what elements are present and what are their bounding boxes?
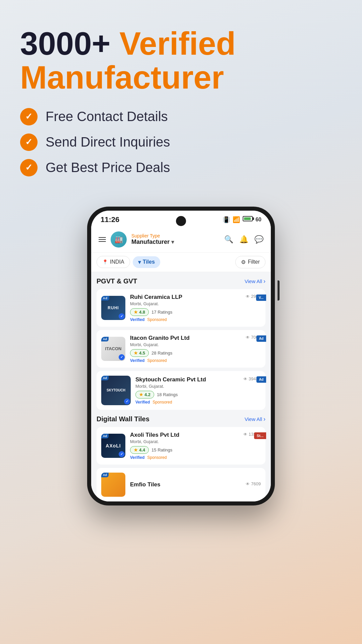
card-name-row-axoli: Axoli Tiles Pvt Ltd 13338 <box>130 432 261 438</box>
menu-line-2 <box>99 239 106 240</box>
menu-line-3 <box>99 241 106 242</box>
card-right-badge-axoli: St... <box>254 432 266 439</box>
supplier-card-itacon[interactable]: Ad ITACON ✓ Itacon Granito Pvt Ltd 7001 <box>97 330 265 368</box>
card-rating-row-axoli: 4.4 15 Ratings <box>130 446 261 454</box>
phone-frame: 11:26 60 <box>87 207 275 505</box>
feature-item-1: Free Contact Details <box>20 108 342 125</box>
star-icon <box>134 310 138 315</box>
star-icon-skytouch <box>139 392 143 397</box>
eye-icon-emfio <box>246 481 250 486</box>
section-title-pgvt: PGVT & GVT <box>97 277 137 285</box>
card-info-emfio: Emfio Tiles 7609 <box>130 481 261 488</box>
eye-icon-itacon <box>246 335 250 340</box>
card-right-badge-ruhi: V... <box>256 294 266 301</box>
verified-badge-skytouch: ✓ <box>124 398 130 405</box>
card-name-itacon: Itacon Granito Pvt Ltd <box>130 335 190 341</box>
view-all-digital[interactable]: View All <box>245 416 265 423</box>
logo-text-axoli: AXoLI <box>106 443 121 448</box>
logo-text-skytouch: SKYTOUCH <box>107 388 125 392</box>
ad-badge-skytouch: Ad <box>101 376 109 380</box>
status-icons: 60 <box>223 216 261 223</box>
filter-icon: ⚙ <box>241 259 246 265</box>
feature-text-1: Free Contact Details <box>46 109 168 124</box>
hero-title: 3000+ Verified Manufacturer <box>20 27 342 95</box>
eye-icon-axoli <box>243 432 247 437</box>
card-name-row-emfio: Emfio Tiles 7609 <box>130 481 261 488</box>
card-views-emfio: 7609 <box>246 481 261 486</box>
star-icon-axoli <box>134 447 138 452</box>
card-name-emfio: Emfio Tiles <box>130 481 160 488</box>
menu-button[interactable] <box>99 237 106 242</box>
eye-icon <box>246 294 250 299</box>
card-rating-row-ruhi: 4.8 17 Ratings <box>130 308 261 316</box>
phone-screen: 11:26 60 <box>91 211 271 501</box>
sponsored-text-itacon: Sponsored <box>147 358 167 363</box>
badge-row-itacon: Verified Sponsored <box>130 358 261 363</box>
search-icon[interactable]: 🔍 <box>224 235 233 244</box>
battery-icon <box>243 216 253 223</box>
card-right-badge-skytouch: Ad <box>256 376 266 383</box>
card-name-row: Ruhi Ceramica LLP 2920 <box>130 294 261 301</box>
card-name-ruhi: Ruhi Ceramica LLP <box>130 294 182 301</box>
category-label: Tiles <box>143 259 155 265</box>
badge-row-axoli: Verified Sponsored <box>130 455 261 460</box>
logo-text-ruhi: RUHI <box>108 306 119 310</box>
location-filter[interactable]: INDIA <box>97 256 130 268</box>
ad-badge: Ad <box>101 296 109 301</box>
card-info-axoli: Axoli Tiles Pvt Ltd 13338 Morbi, Gujarat… <box>130 432 261 460</box>
card-location-skytouch: Morbi, Gujarat. <box>135 384 261 389</box>
check-icon-3 <box>20 159 38 176</box>
location-label: INDIA <box>110 259 124 265</box>
chevron-down-icon <box>171 238 174 246</box>
ratings-count-axoli: 15 Ratings <box>152 447 172 452</box>
card-info-skytouch: Skytouch Ceramic Pvt Ltd 39432 Morbi, Gu… <box>135 376 261 405</box>
notification-icon[interactable]: 🔔 <box>239 235 248 244</box>
filter-bar: INDIA ▾ Tiles ⚙ Filter <box>91 253 271 272</box>
card-rating-row-skytouch: 4.2 18 Ratings <box>135 391 261 398</box>
rating-chip-itacon: 4.5 <box>130 349 149 357</box>
hero-features: Free Contact Details Send Direct Inquiri… <box>20 108 342 176</box>
category-filter[interactable]: ▾ Tiles <box>133 256 160 268</box>
ad-badge-axoli: Ad <box>101 434 109 438</box>
supplier-card-skytouch[interactable]: Ad SKYTOUCH ✓ Skytouch Ceramic Pvt Ltd 3… <box>97 371 265 410</box>
section-title-digital: Digital Wall Tiles <box>97 415 149 423</box>
header-icons: 🔍 🔔 💬 <box>224 235 263 244</box>
check-icon-2 <box>20 133 38 151</box>
feature-text-2: Send Direct Inquiries <box>46 135 170 150</box>
card-info-ruhi: Ruhi Ceramica LLP 2920 Morbi, Gujarat. 4… <box>130 294 261 322</box>
badge-row-ruhi: Verified Sponsored <box>130 317 261 322</box>
check-icon-1 <box>20 108 38 125</box>
verified-text-itacon: Verified <box>130 358 144 363</box>
supplier-logo-ruhi: Ad RUHI ✓ <box>101 296 125 320</box>
hero-count: 3000+ <box>20 25 111 61</box>
sponsored-text-axoli: Sponsored <box>147 455 167 460</box>
phone-notch <box>176 216 186 226</box>
eye-icon-skytouch <box>243 376 247 381</box>
supplier-type-label: Supplier Type <box>131 233 174 238</box>
vibrate-icon <box>223 216 230 223</box>
ratings-count-itacon: 28 Ratings <box>152 351 172 356</box>
phone-side-button <box>278 280 280 301</box>
header-left: 🏭 Supplier Type Manufacturer <box>99 231 174 248</box>
view-all-pgvt[interactable]: View All <box>245 278 265 285</box>
card-location-ruhi: Morbi, Gujarat. <box>130 301 261 306</box>
feature-item-3: Get Best Price Deals <box>20 159 342 176</box>
supplier-logo-itacon: Ad ITACON ✓ <box>101 337 125 361</box>
filter-button[interactable]: ⚙ Filter <box>235 256 265 268</box>
message-icon[interactable]: 💬 <box>254 235 263 244</box>
rating-chip-skytouch: 4.2 <box>135 391 154 398</box>
badge-row-skytouch: Verified Sponsored <box>135 400 261 405</box>
supplier-card-axoli[interactable]: Ad AXoLI ✓ Axoli Tiles Pvt Ltd 13338 Mo <box>97 427 265 465</box>
hero-section: 3000+ Verified Manufacturer Free Contact… <box>0 0 362 190</box>
verified-text-ruhi: Verified <box>130 317 144 322</box>
app-header: 🏭 Supplier Type Manufacturer 🔍 🔔 💬 <box>91 227 271 253</box>
category-chevron: ▾ <box>138 259 141 265</box>
supplier-type-value[interactable]: Manufacturer <box>131 238 174 246</box>
section-header-pgvt: PGVT & GVT View All <box>97 277 265 285</box>
logo-text-itacon: ITACON <box>105 346 122 351</box>
supplier-card-emfio[interactable]: Ad Emfio Tiles 7609 <box>97 468 265 501</box>
card-location-itacon: Morbi, Gujarat. <box>130 342 261 347</box>
supplier-card-ruhi[interactable]: Ad RUHI ✓ Ruhi Ceramica LLP 2920 Morbi, <box>97 289 265 327</box>
card-location-axoli: Morbi, Gujarat. <box>130 439 261 444</box>
verified-text-skytouch: Verified <box>135 400 150 405</box>
